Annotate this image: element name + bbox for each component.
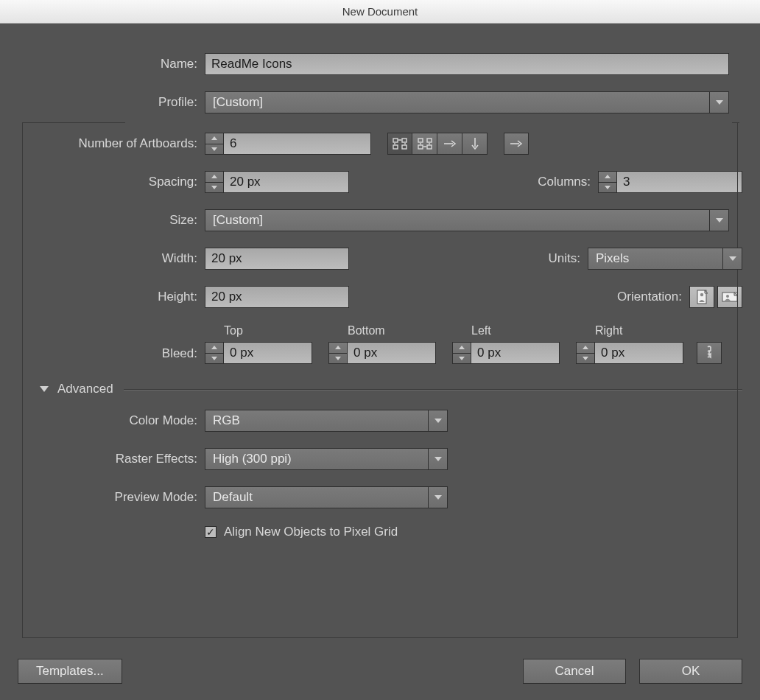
profile-label: Profile:	[18, 95, 205, 110]
templates-button[interactable]: Templates...	[18, 659, 122, 684]
dropdown-arrow-icon	[709, 92, 728, 113]
group-frame	[22, 122, 738, 638]
dialog-body: Name: ReadMe Icons Profile: [Custom] Num…	[0, 24, 760, 700]
dropdown-arrow-icon	[709, 210, 728, 231]
profile-dropdown[interactable]: [Custom]	[205, 91, 729, 113]
color-mode-value: RGB	[213, 413, 240, 428]
units-value: Pixels	[596, 251, 629, 266]
profile-value: [Custom]	[213, 95, 263, 110]
size-value: [Custom]	[213, 213, 263, 228]
raster-effects-dropdown[interactable]: High (300 ppi)	[205, 448, 448, 470]
preview-mode-value: Default	[213, 490, 253, 505]
name-input[interactable]: ReadMe Icons	[205, 53, 729, 75]
ok-button[interactable]: OK	[639, 659, 742, 684]
cancel-button[interactable]: Cancel	[523, 659, 626, 684]
units-dropdown[interactable]: Pixels	[588, 248, 742, 270]
raster-effects-value: High (300 ppi)	[213, 452, 292, 466]
dropdown-arrow-icon	[428, 410, 447, 431]
color-mode-dropdown[interactable]: RGB	[205, 410, 448, 432]
preview-mode-dropdown[interactable]: Default	[205, 486, 448, 508]
size-dropdown[interactable]: [Custom]	[205, 209, 729, 231]
dropdown-arrow-icon	[428, 487, 447, 508]
window-title: New Document	[0, 0, 760, 24]
name-label: Name:	[18, 57, 205, 71]
dropdown-arrow-icon	[428, 449, 447, 469]
dropdown-arrow-icon	[722, 248, 742, 269]
